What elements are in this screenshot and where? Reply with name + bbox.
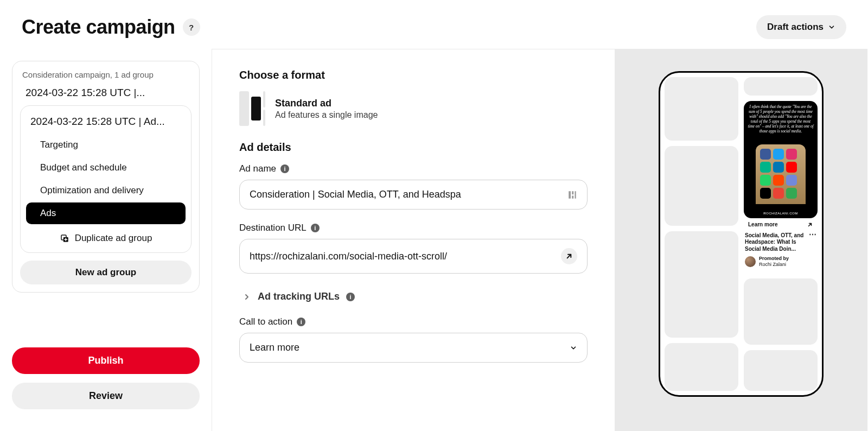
- ad-name-input[interactable]: Consideration | Social Media, OTT, and H…: [239, 180, 588, 210]
- svg-rect-2: [569, 191, 571, 199]
- duplicate-adgroup-button[interactable]: Duplicate ad group: [21, 225, 191, 245]
- destination-url-value: https://rochizalani.com/social-media-ott…: [250, 251, 561, 262]
- page-title: Create campaign: [22, 16, 175, 39]
- pin-cta-text: Learn more: [748, 221, 777, 227]
- layout: Consideration campaign, 1 ad group 2024-…: [0, 49, 868, 431]
- promoter-line2: Rochi Zalani: [759, 262, 789, 268]
- pin-meta: Social Media, OTT, and Headspace: What I…: [744, 231, 818, 268]
- destination-url-label: Destination URL: [239, 223, 307, 233]
- placeholder-pin: [665, 343, 738, 391]
- promoter-line1: Promoted by: [759, 256, 789, 262]
- autofill-icon[interactable]: [567, 190, 577, 200]
- pin-site: ROCHIZALANI.COM: [744, 212, 818, 215]
- adgroup-name[interactable]: 2024-03-22 15:28 UTC | Ad...: [21, 113, 191, 133]
- placeholder-pin: [744, 278, 818, 345]
- publish-button[interactable]: Publish: [12, 347, 200, 374]
- svg-rect-4: [572, 195, 573, 198]
- format-row[interactable]: Standard ad Ad features a single image: [239, 91, 588, 126]
- placeholder-pin: [744, 77, 818, 96]
- format-thumbnail-icon: [239, 91, 265, 126]
- pin-phone-mock: [756, 144, 806, 204]
- format-title: Standard ad: [275, 98, 378, 109]
- left-column: Consideration campaign, 1 ad group 2024-…: [0, 49, 212, 431]
- info-icon[interactable]: i: [280, 164, 289, 173]
- ad-name-label-row: Ad name i: [239, 163, 588, 174]
- draft-actions-label: Draft actions: [767, 22, 824, 33]
- svg-rect-3: [572, 191, 573, 194]
- campaign-name[interactable]: 2024-03-22 15:28 UTC |...: [12, 85, 199, 105]
- info-icon[interactable]: i: [346, 293, 355, 301]
- cta-label: Call to action: [239, 316, 292, 327]
- nav-budget[interactable]: Budget and schedule: [26, 157, 186, 179]
- format-description: Ad features a single image: [275, 110, 378, 120]
- svg-rect-5: [575, 191, 576, 199]
- chevron-down-icon: [570, 344, 577, 352]
- tracking-label: Ad tracking URLs: [258, 291, 340, 302]
- nav-ads[interactable]: Ads: [26, 202, 186, 224]
- new-adgroup-button[interactable]: New ad group: [20, 261, 192, 284]
- nav-targeting[interactable]: Targeting: [26, 134, 186, 156]
- open-url-button[interactable]: [561, 248, 577, 264]
- chevron-right-icon: [242, 293, 251, 301]
- ad-name-label: Ad name: [239, 163, 276, 174]
- campaign-summary: Consideration campaign, 1 ad group: [12, 69, 199, 85]
- center-column: Choose a format Standard ad Ad features …: [212, 49, 615, 431]
- promoter-text: Promoted by Rochi Zalani: [759, 256, 789, 268]
- placeholder-pin: [665, 146, 738, 226]
- ad-details-heading: Ad details: [239, 141, 588, 154]
- ad-tracking-urls-toggle[interactable]: Ad tracking URLs i: [239, 287, 588, 316]
- pin-cta-bar[interactable]: Learn more: [744, 218, 818, 231]
- format-heading: Choose a format: [239, 69, 588, 81]
- nav-optimization[interactable]: Optimization and delivery: [26, 180, 186, 201]
- ad-pin[interactable]: I often think that the quote "You are th…: [744, 101, 818, 268]
- draft-actions-button[interactable]: Draft actions: [756, 15, 846, 39]
- preview-panel: I often think that the quote "You are th…: [615, 49, 867, 431]
- more-icon[interactable]: ⋯: [809, 232, 816, 237]
- pin-title: Social Media, OTT, and Headspace: What I…: [745, 232, 807, 253]
- ad-name-value: Consideration | Social Media, OTT, and H…: [250, 189, 567, 200]
- avatar: [745, 256, 756, 267]
- external-link-icon: [565, 252, 573, 261]
- chevron-down-icon: [828, 23, 835, 31]
- top-left: Create campaign ?: [22, 16, 200, 39]
- phone-preview: I often think that the quote "You are th…: [659, 71, 824, 397]
- cta-select[interactable]: Learn more: [239, 333, 588, 363]
- left-actions: Publish Review: [12, 347, 200, 409]
- info-icon[interactable]: i: [311, 224, 320, 232]
- info-icon[interactable]: i: [297, 318, 305, 326]
- duplicate-label: Duplicate ad group: [75, 233, 152, 244]
- top-bar: Create campaign ? Draft actions: [0, 0, 868, 46]
- adgroup-card: 2024-03-22 15:28 UTC | Ad... Targeting B…: [20, 105, 192, 253]
- placeholder-pin: [665, 77, 738, 141]
- review-button[interactable]: Review: [12, 383, 200, 409]
- help-icon[interactable]: ?: [183, 18, 200, 36]
- pin-caption: I often think that the quote "You are th…: [747, 104, 814, 134]
- cta-label-row: Call to action i: [239, 316, 588, 327]
- external-link-icon: [807, 221, 813, 228]
- campaign-card: Consideration campaign, 1 ad group 2024-…: [12, 61, 200, 293]
- destination-url-input[interactable]: https://rochizalani.com/social-media-ott…: [239, 239, 588, 274]
- format-text: Standard ad Ad features a single image: [275, 98, 378, 120]
- duplicate-icon: [60, 233, 69, 243]
- cta-selected-value: Learn more: [250, 342, 299, 353]
- placeholder-pin: [665, 231, 738, 338]
- dest-url-label-row: Destination URL i: [239, 223, 588, 233]
- placeholder-pin: [744, 350, 818, 391]
